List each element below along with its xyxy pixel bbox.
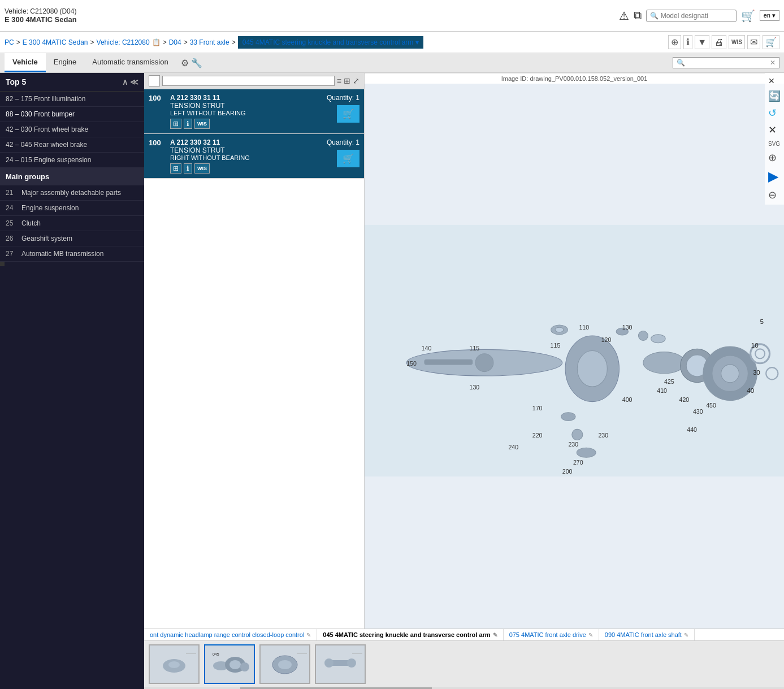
wis-btn[interactable]: WIS xyxy=(729,35,745,49)
part-row-0[interactable]: 100 A 212 330 31 11 TENSION STRUT LEFT W… xyxy=(144,89,364,134)
svg-text:230: 230 xyxy=(598,432,608,439)
main-item-25-label: Clutch xyxy=(21,219,138,227)
lang-button[interactable]: en ▾ xyxy=(760,10,779,21)
svg-text:200: 200 xyxy=(562,468,573,475)
thumb-dash-2: — xyxy=(297,647,307,658)
thumbnail-labels: ont dynamic headlamp range control close… xyxy=(144,629,784,641)
breadcrumb-model[interactable]: E 300 4MATIC Sedan xyxy=(23,38,88,46)
thumb-label-2[interactable]: 075 4MATIC front axle drive ✎ xyxy=(504,629,599,640)
list-view-icon[interactable]: ≡ xyxy=(337,76,341,85)
tab-icon-settings[interactable]: ⚙ xyxy=(181,58,189,68)
vehicle-link-icon[interactable]: 📋 xyxy=(152,38,161,46)
thumb-img-1[interactable]: 045 xyxy=(204,644,255,684)
tab-icon-bike[interactable]: 🔧 xyxy=(191,58,202,68)
svg-text:140: 140 xyxy=(422,345,432,352)
warning-icon[interactable]: ⚠ xyxy=(619,9,629,23)
main-item-26-num: 26 xyxy=(6,235,17,242)
sidebar-scroll-indicator xyxy=(0,262,5,266)
breadcrumb-33[interactable]: 33 Front axle xyxy=(190,38,229,46)
svg-text:230: 230 xyxy=(568,441,578,448)
svg-text:425: 425 xyxy=(664,378,674,385)
main-item-24[interactable]: 24 Engine suspension xyxy=(0,201,144,216)
collapse-up-btn[interactable]: ∧ xyxy=(122,77,128,86)
svg-text:045: 045 xyxy=(213,652,219,656)
svg-text:120: 120 xyxy=(601,336,612,343)
tab-auto-transmission[interactable]: Automatic transmission xyxy=(84,53,176,72)
part-grid-btn-1[interactable]: ⊞ xyxy=(170,163,181,174)
diagram-zoom-out-icon[interactable]: ⊖ xyxy=(767,188,782,202)
breadcrumb-toolbar: ⊕ ℹ ▼ 🖨 WIS ✉ 🛒 xyxy=(668,35,779,49)
diagram-svg: 5 10 30 40 100 100 140 150 115 115 xyxy=(365,73,784,629)
print-btn[interactable]: 🖨 xyxy=(712,35,726,49)
add-to-cart-btn-1[interactable]: 🛒 xyxy=(337,150,359,167)
svg-text:115: 115 xyxy=(470,345,480,352)
main-layout: Top 5 ∧ ≪ 82 – 175 Front illumination 88… xyxy=(0,73,784,689)
top5-item-3[interactable]: 42 – 045 Rear wheel brake xyxy=(0,137,144,153)
diagram-svg-icon[interactable]: SVG xyxy=(767,140,782,148)
main-item-21[interactable]: 21 Major assembly detachable parts xyxy=(0,185,144,201)
parts-search-input[interactable] xyxy=(162,76,335,86)
diagram-close-btn[interactable]: ✕ xyxy=(767,75,782,86)
content-area: ≡ ⊞ ⤢ 100 A 212 330 31 11 TENSION STRUT … xyxy=(144,73,784,629)
thumb-svg-1: 045 xyxy=(210,649,249,680)
part-row-1[interactable]: 100 A 212 330 32 11 TENSION STRUT RIGHT … xyxy=(144,134,364,179)
thumb-img-3[interactable]: — xyxy=(315,644,366,684)
part-info-btn-0[interactable]: ℹ xyxy=(184,119,192,129)
thumb-img-0[interactable]: — xyxy=(149,644,200,684)
diagram-arrow-icon[interactable]: ▶ xyxy=(767,167,782,185)
top5-item-0[interactable]: 82 – 175 Front illumination xyxy=(0,92,144,107)
main-item-26[interactable]: 26 Gearshift system xyxy=(0,231,144,246)
header-icons: ⚠ ⧉ 🔍 🛒 en ▾ xyxy=(619,9,779,23)
svg-point-58 xyxy=(229,660,241,669)
info-btn[interactable]: ℹ xyxy=(683,35,692,49)
tab-vehicle[interactable]: Vehicle xyxy=(5,53,46,72)
thumb-img-2[interactable]: — xyxy=(259,644,310,684)
svg-text:270: 270 xyxy=(573,459,583,466)
diagram-crosshair-icon[interactable]: ✕ xyxy=(767,123,782,137)
part-actions-1: ⊞ ℹ WIS xyxy=(170,163,322,174)
tab-search-box: 🔍 ✕ xyxy=(673,57,779,68)
svg-point-67 xyxy=(347,658,356,668)
part-wis-btn-1[interactable]: WIS xyxy=(194,163,210,174)
tab-search-clear[interactable]: ✕ xyxy=(770,59,776,67)
thumb-label-1[interactable]: 045 4MATIC steering knuckle and transver… xyxy=(317,629,503,640)
mail-btn[interactable]: ✉ xyxy=(747,35,760,49)
thumb-ext-icon-3: ✎ xyxy=(684,632,688,638)
breadcrumb-active-dropdown[interactable]: 045 4MATIC steering knuckle and transver… xyxy=(238,36,424,49)
cart-icon[interactable]: 🛒 xyxy=(741,9,755,23)
collapse-left-btn[interactable]: ≪ xyxy=(130,77,138,86)
svg-point-4 xyxy=(577,351,607,387)
zoom-in-btn[interactable]: ⊕ xyxy=(668,35,681,49)
top5-item-1[interactable]: 88 – 030 Front bumper xyxy=(0,107,144,122)
parts-header-icon xyxy=(149,75,160,86)
tab-search-icon: 🔍 xyxy=(677,59,685,67)
part-info-btn-1[interactable]: ℹ xyxy=(184,163,192,174)
svg-text:110: 110 xyxy=(579,324,589,331)
cart-btn-bc[interactable]: 🛒 xyxy=(763,35,779,49)
top5-item-4[interactable]: 24 – 015 Engine suspension xyxy=(0,153,144,168)
tab-engine[interactable]: Engine xyxy=(46,53,84,72)
diagram-zoom-in-icon[interactable]: ⊕ xyxy=(767,150,782,165)
thumb-label-3[interactable]: 090 4MATIC front axle shaft ✎ xyxy=(599,629,695,640)
add-to-cart-btn-0[interactable]: 🛒 xyxy=(337,105,359,123)
model-search-input[interactable] xyxy=(661,12,729,20)
diagram-sync-icon[interactable]: 🔄 xyxy=(767,89,782,103)
thumb-label-0[interactable]: ont dynamic headlamp range control close… xyxy=(144,629,317,640)
main-item-25[interactable]: 25 Clutch xyxy=(0,216,144,231)
breadcrumb-pc[interactable]: PC xyxy=(5,38,14,46)
thumb-ext-icon-1: ✎ xyxy=(493,632,497,638)
fullscreen-icon[interactable]: ⤢ xyxy=(353,76,359,85)
main-item-27[interactable]: 27 Automatic MB transmission xyxy=(0,246,144,262)
top5-label: Top 5 xyxy=(6,77,26,86)
breadcrumb-d04[interactable]: D04 xyxy=(169,38,181,46)
part-grid-btn-0[interactable]: ⊞ xyxy=(170,119,181,129)
filter-btn[interactable]: ▼ xyxy=(695,35,709,49)
part-wis-btn-0[interactable]: WIS xyxy=(194,119,210,129)
main-item-26-label: Gearshift system xyxy=(21,235,138,242)
breadcrumb-vehicle[interactable]: Vehicle: C212080 xyxy=(97,38,150,46)
copy-icon[interactable]: ⧉ xyxy=(634,9,642,22)
top5-item-2[interactable]: 42 – 030 Front wheel brake xyxy=(0,122,144,137)
diagram-history-icon[interactable]: ↺ xyxy=(767,106,782,120)
grid-view-icon[interactable]: ⊞ xyxy=(344,76,350,85)
tab-search-input[interactable] xyxy=(685,59,770,67)
